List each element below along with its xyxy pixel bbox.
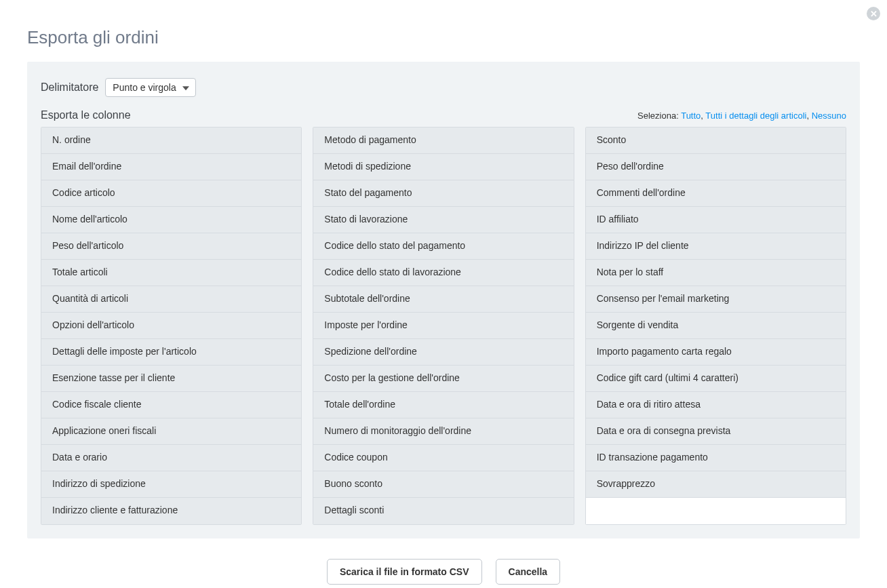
column-option[interactable]: Dettagli sconti — [313, 498, 573, 524]
column-option[interactable]: Codice gift card (ultimi 4 caratteri) — [586, 366, 846, 392]
column-option[interactable]: Applicazione oneri fiscali — [41, 418, 301, 445]
column-option[interactable]: Metodi di spedizione — [313, 154, 573, 180]
column-option[interactable]: Opzioni dell'articolo — [41, 313, 301, 339]
select-details-link[interactable]: Tutti i dettagli degli articoli — [705, 111, 806, 121]
column-option[interactable]: Data e ora di consegna prevista — [586, 418, 846, 445]
column-option[interactable]: Metodo di pagamento — [313, 128, 573, 154]
column-option[interactable]: Commenti dell'ordine — [586, 180, 846, 207]
cancel-button[interactable]: Cancella — [496, 559, 561, 585]
column-option[interactable]: Email dell'ordine — [41, 154, 301, 180]
column-option[interactable]: Codice dello stato del pagamento — [313, 233, 573, 260]
column-option[interactable]: Totale articoli — [41, 260, 301, 286]
column-option[interactable]: Indirizzo di spedizione — [41, 471, 301, 498]
column-option[interactable]: Subtotale dell'ordine — [313, 286, 573, 313]
column-option[interactable]: Totale dell'ordine — [313, 392, 573, 418]
export-dialog: Esporta gli ordini Delimitatore Punto e … — [0, 0, 887, 588]
column-2: Metodo di pagamento Metodi di spedizione… — [313, 127, 574, 525]
column-option[interactable]: Codice articolo — [41, 180, 301, 207]
column-option[interactable]: Buono sconto — [313, 471, 573, 498]
column-option[interactable]: Sconto — [586, 128, 846, 154]
column-3: Sconto Peso dell'ordine Commenti dell'or… — [585, 127, 846, 525]
column-option[interactable]: Data e ora di ritiro attesa — [586, 392, 846, 418]
page-title: Esporta gli ordini — [27, 27, 860, 48]
column-option[interactable]: Imposte per l'ordine — [313, 313, 573, 339]
column-option[interactable]: Stato del pagamento — [313, 180, 573, 207]
column-1: N. ordine Email dell'ordine Codice artic… — [41, 127, 302, 525]
select-label: Seleziona: — [637, 111, 679, 121]
column-option[interactable]: Indirizzo IP del cliente — [586, 233, 846, 260]
columns-label: Esporta le colonne — [41, 109, 131, 121]
column-option[interactable]: Quantità di articoli — [41, 286, 301, 313]
column-option[interactable]: Dettagli delle imposte per l'articolo — [41, 339, 301, 366]
select-all-link[interactable]: Tutto — [681, 111, 701, 121]
column-option-empty — [586, 498, 846, 524]
column-option[interactable]: Stato di lavorazione — [313, 207, 573, 233]
select-links: Seleziona: Tutto, Tutti i dettagli degli… — [637, 111, 846, 121]
column-option[interactable]: Nome dell'articolo — [41, 207, 301, 233]
column-option[interactable]: Consenso per l'email marketing — [586, 286, 846, 313]
column-option[interactable]: Nota per lo staff — [586, 260, 846, 286]
column-option[interactable]: Costo per la gestione dell'ordine — [313, 366, 573, 392]
column-option[interactable]: Codice dello stato di lavorazione — [313, 260, 573, 286]
delimiter-select[interactable]: Punto e virgola — [105, 78, 196, 97]
column-option[interactable]: Sorgente di vendita — [586, 313, 846, 339]
column-option[interactable]: Codice coupon — [313, 445, 573, 471]
column-option[interactable]: Spedizione dell'ordine — [313, 339, 573, 366]
download-csv-button[interactable]: Scarica il file in formato CSV — [327, 559, 482, 585]
columns-header-row: Esporta le colonne Seleziona: Tutto, Tut… — [41, 109, 846, 121]
column-option[interactable]: Peso dell'articolo — [41, 233, 301, 260]
button-row: Scarica il file in formato CSV Cancella — [27, 559, 860, 585]
column-option[interactable]: N. ordine — [41, 128, 301, 154]
column-option[interactable]: Indirizzo cliente e fatturazione — [41, 498, 301, 524]
column-option[interactable]: Numero di monitoraggio dell'ordine — [313, 418, 573, 445]
column-option[interactable]: Data e orario — [41, 445, 301, 471]
column-option[interactable]: Esenzione tasse per il cliente — [41, 366, 301, 392]
column-option[interactable]: Codice fiscale cliente — [41, 392, 301, 418]
column-option[interactable]: ID transazione pagamento — [586, 445, 846, 471]
export-panel: Delimitatore Punto e virgola Esporta le … — [27, 62, 860, 538]
columns-grid: N. ordine Email dell'ordine Codice artic… — [41, 127, 846, 525]
column-option[interactable]: Importo pagamento carta regalo — [586, 339, 846, 366]
column-option[interactable]: Peso dell'ordine — [586, 154, 846, 180]
column-option[interactable]: Sovrapprezzo — [586, 471, 846, 498]
column-option[interactable]: ID affiliato — [586, 207, 846, 233]
select-none-link[interactable]: Nessuno — [812, 111, 846, 121]
close-icon[interactable]: ✕ — [867, 7, 880, 20]
delimiter-row: Delimitatore Punto e virgola — [41, 78, 846, 97]
delimiter-label: Delimitatore — [41, 81, 98, 94]
